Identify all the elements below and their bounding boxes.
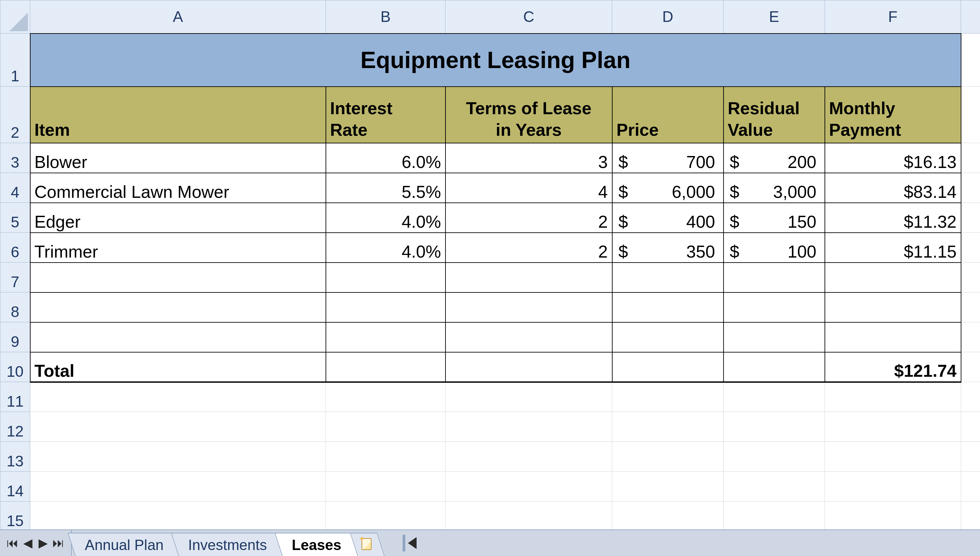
row-header-14[interactable]: 14: [0, 472, 30, 501]
cell-C8[interactable]: [445, 293, 612, 322]
cell-F6[interactable]: $11.15: [825, 233, 961, 263]
cell-E8[interactable]: [724, 293, 825, 322]
cell[interactable]: [961, 34, 980, 87]
cell-D6[interactable]: $350: [612, 233, 724, 263]
cell-A13[interactable]: [30, 442, 326, 472]
row-header-13[interactable]: 13: [0, 442, 30, 472]
cell-D15[interactable]: [612, 501, 724, 532]
cell-E15[interactable]: [724, 501, 825, 532]
cell-C4[interactable]: 4: [445, 173, 612, 203]
cell-E11[interactable]: [724, 382, 825, 412]
cell-C13[interactable]: [445, 442, 612, 472]
title-cell[interactable]: Equipment Leasing Plan: [30, 34, 961, 87]
cell-A5[interactable]: Edger: [30, 203, 326, 233]
col-header-F[interactable]: F: [825, 0, 961, 34]
cell-E6[interactable]: $100: [724, 233, 825, 263]
cell-D9[interactable]: [612, 322, 724, 352]
cell-E12[interactable]: [724, 412, 825, 442]
tab-nav-prev-icon[interactable]: ◀: [21, 533, 34, 553]
cell-F4[interactable]: $83.14: [825, 173, 961, 203]
cell-B7[interactable]: [326, 263, 445, 293]
row-header-6[interactable]: 6: [0, 233, 30, 263]
sheet-tab-leases[interactable]: Leases: [274, 533, 358, 556]
cell-B8[interactable]: [326, 293, 445, 322]
cell-C15[interactable]: [445, 501, 612, 532]
cell-B15[interactable]: [326, 501, 445, 532]
col-header-E[interactable]: E: [724, 0, 825, 34]
row-header-4[interactable]: 4: [0, 173, 30, 203]
cell-A7[interactable]: [30, 263, 326, 293]
cell-C3[interactable]: 3: [445, 143, 612, 173]
scroll-left-icon[interactable]: [408, 537, 416, 549]
cell-A6[interactable]: Trimmer: [30, 233, 326, 263]
row-header-2[interactable]: 2: [0, 87, 30, 143]
row-header-11[interactable]: 11: [0, 382, 30, 412]
cell-A9[interactable]: [30, 322, 326, 352]
cell-D13[interactable]: [612, 442, 724, 472]
cell-C14[interactable]: [445, 472, 612, 501]
cell-B6[interactable]: 4.0%: [326, 233, 445, 263]
row-header-15[interactable]: 15: [0, 501, 30, 532]
cell-B9[interactable]: [326, 322, 445, 352]
hdr-price[interactable]: Price: [612, 87, 724, 143]
cell-F3[interactable]: $16.13: [825, 143, 961, 173]
cell-D4[interactable]: $6,000: [612, 173, 724, 203]
row-header-1[interactable]: 1: [0, 34, 30, 87]
cell-E4[interactable]: $3,000: [724, 173, 825, 203]
cell[interactable]: [961, 87, 980, 143]
row-header-5[interactable]: 5: [0, 203, 30, 233]
cell-F7[interactable]: [825, 263, 961, 293]
cell-E10[interactable]: [724, 352, 825, 382]
cell-A4[interactable]: Commercial Lawn Mower: [30, 173, 326, 203]
cell[interactable]: [961, 173, 980, 203]
cell[interactable]: [961, 203, 980, 233]
hdr-monthly[interactable]: Monthly Payment: [825, 87, 961, 143]
cell[interactable]: [961, 322, 980, 352]
cell-F8[interactable]: [825, 293, 961, 322]
cell-D10[interactable]: [612, 352, 724, 382]
cell[interactable]: [961, 352, 980, 382]
cell-A15[interactable]: [30, 501, 326, 532]
row-header-9[interactable]: 9: [0, 322, 30, 352]
tab-scroll-divider[interactable]: [403, 535, 405, 551]
cell-B11[interactable]: [326, 382, 445, 412]
row-header-7[interactable]: 7: [0, 263, 30, 293]
cell-A3[interactable]: Blower: [30, 143, 326, 173]
cell[interactable]: [961, 382, 980, 412]
cell[interactable]: [961, 143, 980, 173]
cell-A8[interactable]: [30, 293, 326, 322]
spreadsheet-grid[interactable]: A B C D E F 1 Equipment Leasing Plan 2 I…: [0, 0, 980, 529]
cell-C6[interactable]: 2: [445, 233, 612, 263]
cell-B12[interactable]: [326, 412, 445, 442]
cell-C10[interactable]: [445, 352, 612, 382]
cell-A12[interactable]: [30, 412, 326, 442]
row-header-8[interactable]: 8: [0, 293, 30, 322]
hdr-interest-rate[interactable]: Interest Rate: [326, 87, 445, 143]
cell-B10[interactable]: [326, 352, 445, 382]
cell-A11[interactable]: [30, 382, 326, 412]
cell-D8[interactable]: [612, 293, 724, 322]
cell-D12[interactable]: [612, 412, 724, 442]
cell-B3[interactable]: 6.0%: [326, 143, 445, 173]
sheet-tab-annual-plan[interactable]: Annual Plan: [68, 533, 180, 556]
cell-F11[interactable]: [825, 382, 961, 412]
cell-C7[interactable]: [445, 263, 612, 293]
horizontal-scrollbar[interactable]: [383, 530, 980, 556]
cell-B4[interactable]: 5.5%: [326, 173, 445, 203]
tab-nav-first-icon[interactable]: ⏮: [6, 533, 19, 553]
cell-E9[interactable]: [724, 322, 825, 352]
cell[interactable]: [961, 442, 980, 472]
cell-E14[interactable]: [724, 472, 825, 501]
cell[interactable]: [961, 501, 980, 532]
cell-E5[interactable]: $150: [724, 203, 825, 233]
tab-nav-last-icon[interactable]: ⏭: [52, 533, 65, 553]
col-header-A[interactable]: A: [30, 0, 326, 34]
col-header-C[interactable]: C: [445, 0, 612, 34]
cell[interactable]: [961, 233, 980, 263]
row-header-3[interactable]: 3: [0, 143, 30, 173]
tab-nav-next-icon[interactable]: ▶: [37, 533, 50, 553]
cell-D14[interactable]: [612, 472, 724, 501]
cell-F13[interactable]: [825, 442, 961, 472]
cell-C5[interactable]: 2: [445, 203, 612, 233]
col-header-B[interactable]: B: [326, 0, 445, 34]
